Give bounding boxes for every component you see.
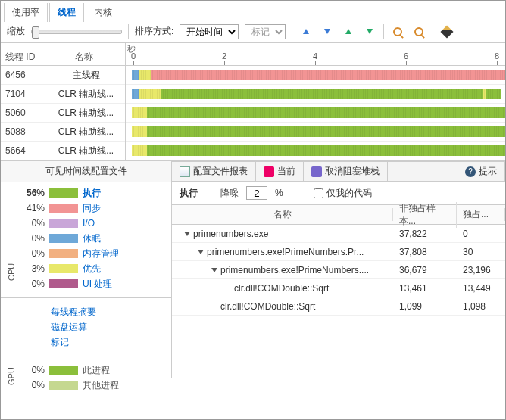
- legend-link[interactable]: 优先: [83, 263, 101, 275]
- legend-item: 0%内存管理: [17, 246, 165, 261]
- tick-label: 4: [313, 51, 317, 61]
- noise-input[interactable]: [246, 186, 267, 200]
- thread-row[interactable]: 5664CLR 辅助线...: [1, 142, 125, 160]
- tree-toggle-icon[interactable]: [184, 232, 190, 236]
- thread-name: CLR 辅助线...: [42, 107, 125, 120]
- mycode-checkbox[interactable]: [314, 188, 323, 198]
- thread-row[interactable]: 6456主线程: [1, 66, 125, 85]
- table-row[interactable]: clr.dll!COMDouble::Sqrt13,46113,449: [172, 279, 505, 297]
- separator: [292, 24, 292, 39]
- thread-id: 5060: [1, 107, 42, 118]
- profile-link[interactable]: 每线程摘要: [51, 304, 165, 319]
- tree-toggle-icon[interactable]: [198, 250, 204, 254]
- tab-threads[interactable]: 线程: [49, 3, 84, 22]
- legend-link[interactable]: UI 处理: [83, 278, 112, 291]
- legend-link[interactable]: I/O: [83, 218, 95, 229]
- thread-id: 5088: [1, 126, 42, 137]
- col-thread-id[interactable]: 线程 ID: [1, 51, 42, 64]
- tab-cores[interactable]: 内核: [86, 3, 120, 22]
- timeline-bar-row[interactable]: [126, 85, 505, 104]
- row-name: primenumbers.exe!PrimeNumbers.Pr...: [207, 247, 364, 257]
- legend-link[interactable]: 内存管理: [83, 247, 119, 260]
- move-bottom-button[interactable]: [362, 24, 377, 39]
- timeline-bar-row[interactable]: [126, 142, 505, 160]
- legend-pct: 3%: [17, 263, 45, 274]
- profile-title: 可见时间线配置文件: [1, 161, 171, 182]
- row-name: primenumbers.exe!PrimeNumbers....: [220, 265, 369, 275]
- arrow-top-icon: [345, 29, 351, 34]
- marker-select[interactable]: 标记: [245, 24, 286, 39]
- report-icon: [180, 166, 190, 177]
- mycode-toggle[interactable]: 仅我的代码: [314, 187, 372, 200]
- timeline-bar-row[interactable]: [126, 104, 505, 123]
- move-down-button[interactable]: [320, 24, 335, 39]
- tick-label: 8: [495, 51, 499, 61]
- thread-name: CLR 辅助线...: [42, 88, 125, 101]
- thread-name: CLR 辅助线...: [42, 145, 125, 157]
- view-tabs: 使用率 线程 内核: [1, 1, 505, 20]
- thread-id: 5664: [1, 145, 42, 156]
- thread-id: 6456: [1, 70, 42, 80]
- row-inclusive: 37,822: [393, 229, 457, 239]
- legend-swatch: [49, 204, 78, 213]
- tab-unblock[interactable]: 取消阻塞堆栈: [304, 162, 388, 181]
- legend-swatch: [49, 249, 78, 258]
- legend-item: 56%执行: [17, 185, 165, 201]
- move-up-button[interactable]: [298, 24, 314, 39]
- thread-row[interactable]: 5088CLR 辅助线...: [1, 123, 125, 142]
- highlight-icon: [441, 25, 454, 38]
- sort-select[interactable]: 开始时间: [180, 24, 239, 39]
- col-exclusive[interactable]: 独占...: [457, 208, 505, 221]
- tick-label: 6: [404, 51, 408, 61]
- col-thread-name[interactable]: 名称: [42, 51, 125, 64]
- timeline-bar-row[interactable]: [126, 66, 505, 85]
- table-row[interactable]: primenumbers.exe!PrimeNumbers.Pr...37,80…: [172, 243, 505, 261]
- gpu-side-label: GPU: [7, 367, 16, 385]
- table-row[interactable]: primenumbers.exe37,8220: [172, 225, 505, 243]
- exec-label: 执行: [180, 187, 198, 200]
- legend-swatch: [49, 219, 78, 228]
- thread-row[interactable]: 7104CLR 辅助线...: [1, 85, 125, 104]
- tab-usage[interactable]: 使用率: [4, 3, 48, 22]
- legend-swatch: [49, 366, 78, 375]
- zoom-in-button[interactable]: [390, 24, 405, 39]
- move-top-button[interactable]: [341, 24, 356, 39]
- col-name[interactable]: 名称: [172, 208, 393, 221]
- pct-label: %: [275, 188, 283, 198]
- profile-link[interactable]: 标记: [51, 334, 165, 350]
- timeline-rowheaders: 线程 ID 名称 6456主线程7104CLR 辅助线...5060CLR 辅助…: [1, 43, 126, 160]
- arrow-up-icon: [303, 29, 309, 34]
- tab-profile-report[interactable]: 配置文件报表: [172, 162, 256, 181]
- timeline-bar-row[interactable]: [126, 123, 505, 142]
- legend-swatch: [49, 234, 78, 243]
- legend-pct: 41%: [17, 203, 45, 213]
- zoom-thumb[interactable]: [32, 26, 39, 39]
- table-row[interactable]: primenumbers.exe!PrimeNumbers....36,6792…: [172, 261, 505, 279]
- report-panel: 配置文件报表 当前 取消阻塞堆栈 ?提示 执行 降噪 % 仅我的代码 名称 非独…: [172, 161, 505, 378]
- timeline-chart[interactable]: 秒 02468: [126, 43, 505, 160]
- highlight-button[interactable]: [439, 24, 454, 39]
- legend-link[interactable]: 休眠: [83, 232, 101, 245]
- profile-link[interactable]: 磁盘运算: [51, 319, 165, 334]
- row-name: clr.dll!COMDouble::Sqrt: [234, 283, 329, 294]
- tab-current[interactable]: 当前: [256, 162, 304, 181]
- zoom-fit-button[interactable]: [411, 24, 426, 39]
- divider: [1, 297, 171, 298]
- row-inclusive: 13,461: [393, 283, 457, 294]
- zoom-slider[interactable]: [31, 30, 122, 34]
- tree-toggle-icon[interactable]: [211, 268, 217, 272]
- thread-row[interactable]: 5060CLR 辅助线...: [1, 104, 125, 123]
- sort-label: 排序方式:: [135, 25, 173, 38]
- col-inclusive[interactable]: 非独占样本...: [393, 202, 457, 228]
- row-exclusive: 13,449: [457, 283, 505, 294]
- legend-pct: 0%: [17, 380, 45, 390]
- tab-hint[interactable]: ?提示: [458, 162, 505, 181]
- legend-link[interactable]: 执行: [83, 187, 101, 200]
- legend-item: 3%优先: [17, 261, 165, 276]
- legend-pct: 0%: [17, 233, 45, 244]
- legend-swatch: [49, 264, 78, 273]
- tick-label: 0: [131, 51, 136, 61]
- table-row[interactable]: clr.dll!COMDouble::Sqrt1,0991,098: [172, 297, 505, 316]
- legend-item: 0%I/O: [17, 216, 165, 231]
- legend-link[interactable]: 同步: [83, 202, 101, 215]
